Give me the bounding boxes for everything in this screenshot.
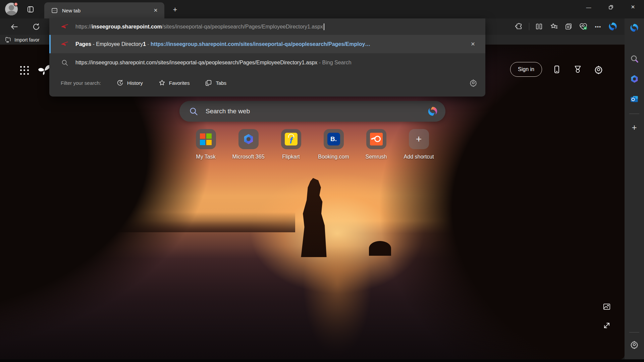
minimize-button[interactable]: — — [578, 0, 600, 14]
refresh-button[interactable] — [31, 22, 41, 32]
tab-title: New tab — [62, 8, 151, 13]
text-cursor — [324, 23, 324, 30]
sidebar-outlook-icon[interactable] — [628, 93, 640, 105]
sidebar-search-icon[interactable] — [628, 53, 640, 65]
search-filter-row: Filter your search: History Favorites Ta… — [49, 72, 485, 97]
address-bar[interactable]: https://inseegroup.sharepoint.com/sites/… — [49, 18, 485, 35]
omnibox-dropdown: https://inseegroup.sharepoint.com/sites/… — [49, 18, 485, 97]
copilot-toolbar-icon[interactable] — [608, 21, 618, 32]
favorites-star-icon[interactable] — [549, 21, 559, 32]
profile-button[interactable] — [5, 3, 18, 15]
close-button[interactable]: ✕ — [622, 0, 644, 14]
import-favorites-icon — [5, 37, 11, 43]
copilot-search-icon[interactable] — [427, 106, 438, 117]
more-menu-icon[interactable]: ••• — [593, 21, 603, 32]
extensions-icon[interactable] — [514, 21, 524, 32]
web-search-bar[interactable]: Search the web — [179, 101, 445, 122]
copilot-sidebar-icon[interactable] — [628, 22, 640, 34]
window-controls: — ✕ — [578, 0, 644, 14]
selected-suggestion-bar — [49, 35, 51, 53]
split-screen-icon[interactable] — [534, 21, 544, 32]
shortcut-flipkart[interactable]: f Flipkart — [281, 129, 301, 160]
filter-settings-gear-icon[interactable] — [469, 79, 477, 87]
microsoft-logo-icon — [200, 133, 212, 145]
toolbar-divider — [529, 23, 529, 30]
page-settings-gear-icon[interactable] — [592, 63, 604, 75]
tab-bar: New tab ✕ + — ✕ — [0, 0, 644, 18]
booking-icon: B. — [327, 133, 340, 145]
filter-history[interactable]: History — [116, 79, 143, 86]
sign-in-button[interactable]: Sign in — [510, 62, 542, 77]
search-icon — [61, 59, 69, 66]
star-icon — [158, 79, 166, 86]
plus-icon: + — [409, 129, 429, 149]
url-text: https://inseegroup.sharepoint.com/sites/… — [75, 23, 324, 30]
shortcut-my-task[interactable]: My Task — [196, 129, 216, 160]
tab-close-icon[interactable]: ✕ — [151, 6, 160, 15]
search-icon — [189, 107, 198, 116]
microsoft-365-icon — [243, 133, 255, 145]
shortcut-add[interactable]: + Add shortcut — [409, 129, 429, 160]
semrush-icon — [370, 133, 383, 145]
sidebar-settings-gear-icon[interactable] — [628, 339, 640, 351]
tabs-icon — [205, 79, 212, 86]
sidebar-divider — [629, 114, 639, 114]
sidebar-divider-bottom — [629, 332, 639, 333]
insee-favicon — [61, 23, 69, 31]
notification-dot — [14, 2, 18, 6]
suggestion-page-text: Pages - Employee Directory1 - https://in… — [75, 41, 467, 47]
filter-tabs[interactable]: Tabs — [205, 79, 226, 86]
filter-favorites[interactable]: Favorites — [158, 79, 190, 86]
butterfly-logo-icon — [38, 63, 51, 77]
flipkart-icon: f — [285, 133, 298, 145]
back-button[interactable] — [9, 22, 19, 32]
tab-actions-icon[interactable] — [25, 4, 36, 14]
suggestion-page-row[interactable]: Pages - Employee Directory1 - https://in… — [49, 35, 485, 53]
collections-icon[interactable] — [564, 21, 574, 32]
sidebar-add-icon[interactable]: + — [628, 121, 640, 133]
insee-favicon — [61, 40, 69, 48]
mobile-phone-icon[interactable] — [551, 63, 563, 75]
search-placeholder: Search the web — [206, 108, 427, 115]
window-bottom-edge — [0, 359, 644, 362]
new-tab-button[interactable]: + — [170, 4, 180, 15]
import-favorites-button[interactable]: Import favor — [5, 37, 40, 43]
new-tab-page-icon — [51, 7, 58, 14]
rewards-medal-icon[interactable] — [572, 63, 584, 75]
expand-icon[interactable] — [602, 320, 612, 330]
background-image-icon[interactable] — [602, 302, 612, 312]
shortcut-semrush[interactable]: Semrush — [366, 129, 386, 160]
filter-label: Filter your search: — [61, 80, 101, 86]
browser-essentials-icon[interactable] — [578, 21, 588, 32]
suggestion-search-row[interactable]: https://inseegroup.sharepoint.com/sites/… — [49, 53, 485, 72]
suggestion-search-text: https://inseegroup.sharepoint.com/sites/… — [75, 60, 479, 66]
app-launcher-icon[interactable] — [19, 65, 30, 76]
restore-button[interactable] — [600, 0, 622, 14]
shortcut-booking[interactable]: B. Booking.com — [324, 129, 344, 160]
edge-sidebar: + — [625, 18, 644, 359]
remove-suggestion-icon[interactable]: ✕ — [467, 39, 479, 50]
shortcuts-row: My Task Microsoft 365 f Flipkart — [0, 129, 625, 160]
shortcut-microsoft-365[interactable]: Microsoft 365 — [238, 129, 259, 160]
sidebar-microsoft365-icon[interactable] — [628, 73, 640, 85]
tab-new-tab[interactable]: New tab ✕ — [44, 2, 164, 18]
history-clock-icon — [116, 79, 124, 86]
